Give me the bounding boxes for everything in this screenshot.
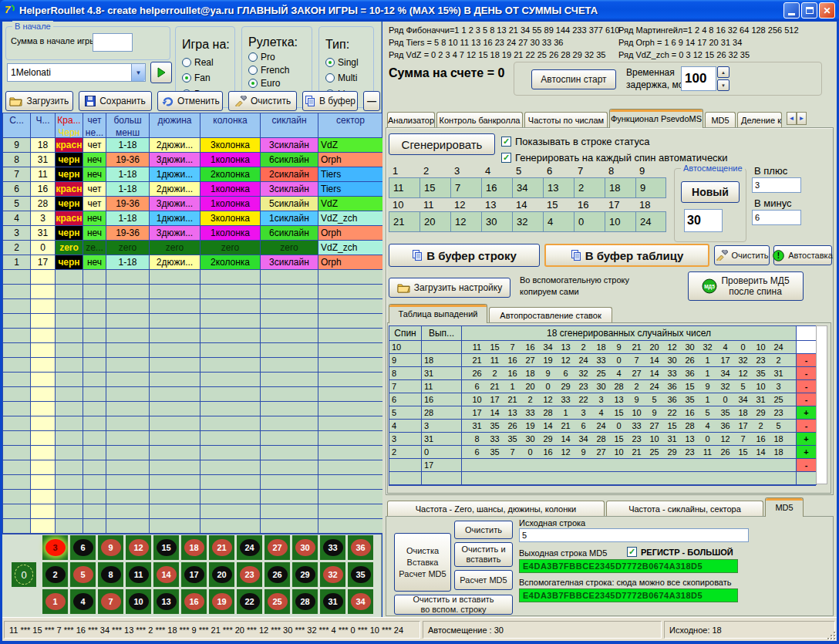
tab-tabs-main-4[interactable]: MD5 [705, 112, 736, 128]
radio-option-Pro[interactable]: Pro [248, 52, 307, 62]
board-number-18[interactable]: 18 [181, 535, 207, 560]
toolbar-button-0[interactable]: Загрузить [5, 91, 73, 111]
toolbar-button-4[interactable]: В буфер [302, 91, 358, 111]
board-number-19[interactable]: 19 [209, 589, 234, 614]
scrollbar[interactable] [816, 325, 827, 484]
radio-option-French[interactable]: French [248, 65, 307, 76]
tab-tabs-bottom-2[interactable]: MD5 [765, 497, 804, 517]
tab-tabs-inner-1[interactable]: Автопроставление ставок [489, 307, 612, 323]
board-number-34[interactable]: 34 [348, 589, 373, 614]
tab-tabs-inner-0[interactable]: Таблица выпадений [389, 304, 487, 323]
plus-input[interactable] [752, 177, 801, 193]
tab-tabs-main-0[interactable]: Анализатор [387, 112, 435, 128]
board-number-22[interactable]: 22 [237, 589, 262, 614]
maximize-button[interactable] [801, 2, 817, 19]
delay-input[interactable] [681, 66, 716, 91]
board-number-1[interactable]: 1 [42, 589, 68, 614]
tab-tabs-bottom-1[interactable]: Частота - сиклайны, сектора [606, 501, 763, 517]
results-mark-cell: - [797, 367, 817, 380]
board-number-25[interactable]: 25 [265, 589, 290, 614]
clear-button[interactable]: Очистить [714, 245, 770, 265]
board-number-5[interactable]: 5 [70, 562, 96, 587]
autobet-button[interactable]: ! Автоставка [773, 245, 832, 265]
show-status-checkbox[interactable]: Показывать в строке статуса [501, 136, 650, 147]
board-number-13[interactable]: 13 [153, 589, 179, 614]
results-numbers-cell: 62112002923302822436159325103 [462, 380, 797, 393]
board-number-17[interactable]: 17 [181, 562, 207, 587]
minus-input[interactable] [752, 210, 801, 225]
play-button[interactable] [150, 62, 172, 83]
board-number-2[interactable]: 2 [42, 562, 68, 587]
md5-calc-button[interactable]: Расчет MD5 [454, 570, 513, 590]
board-number-7[interactable]: 7 [98, 589, 123, 614]
board-number-9[interactable]: 9 [98, 535, 123, 560]
board-number-14[interactable]: 14 [153, 562, 179, 587]
board-number-0[interactable]: 0 [12, 562, 36, 587]
board-number-35[interactable]: 35 [348, 562, 373, 587]
board-number-28[interactable]: 28 [292, 589, 318, 614]
chevron-down-icon[interactable]: ▼ [131, 64, 145, 81]
tab-tabs-main-3[interactable]: Функционал PsevdoMS [609, 109, 703, 128]
board-number-27[interactable]: 27 [265, 535, 290, 560]
board-number-15[interactable]: 15 [153, 535, 179, 560]
spin-down-icon[interactable]: ▼ [717, 79, 729, 91]
resize-grip[interactable] [826, 630, 836, 640]
board-number-26[interactable]: 26 [265, 562, 290, 587]
board-number-32[interactable]: 32 [320, 562, 345, 587]
generate-button[interactable]: Сгенерировать [389, 133, 495, 155]
start-sum-input[interactable] [93, 33, 133, 52]
board-number-6[interactable]: 6 [70, 535, 96, 560]
md5-combo-button[interactable]: Очистка Вставка Расчет MD5 [394, 533, 451, 592]
board-number-10[interactable]: 10 [126, 589, 151, 614]
radio-option-Real[interactable]: Real [182, 57, 230, 68]
board-number-12[interactable]: 12 [126, 535, 151, 560]
board-number-3[interactable]: 3 [42, 535, 68, 560]
board-number-11[interactable]: 11 [126, 562, 151, 587]
autospin-start-button[interactable]: Автоспин старт [531, 69, 616, 89]
radio-option-Euro[interactable]: Euro [248, 78, 307, 89]
source-string-input[interactable] [519, 528, 749, 542]
radio-option-Multi[interactable]: Multi [325, 72, 369, 83]
copy-table-button[interactable]: В буфер таблицу [544, 244, 709, 267]
md5-clear-paste-button[interactable]: Очистить и вставить [454, 542, 513, 567]
tab-tabs-bottom-0[interactable]: Частота - Zero, шансы, дюжины, колонки [387, 501, 605, 517]
board-number-33[interactable]: 33 [320, 535, 345, 560]
register-checkbox[interactable]: РЕГИСТР - БОЛЬШОЙ [627, 547, 733, 557]
board-number-31[interactable]: 31 [320, 589, 345, 614]
toolbar-button-3[interactable]: Очистить [228, 91, 297, 111]
toolbar-button-2[interactable]: Отменить [157, 91, 223, 111]
tab-tabs-main-2[interactable]: Частоты по числам [524, 112, 608, 128]
board-number-8[interactable]: 8 [98, 562, 123, 587]
close-button[interactable]: ✕ [819, 2, 835, 19]
spin-up-icon[interactable]: ▲ [717, 66, 729, 78]
new-offset-button[interactable]: Новый [681, 181, 740, 203]
radio-option-Fan[interactable]: Fan [182, 72, 230, 83]
toolbar-button-1[interactable]: Сохранить [79, 91, 153, 111]
board-number-20[interactable]: 20 [209, 562, 234, 587]
offset-value-input[interactable] [684, 209, 723, 232]
tab-scroll-right-icon[interactable]: ► [797, 112, 807, 125]
board-number-21[interactable]: 21 [209, 535, 234, 560]
tab-tabs-main-1[interactable]: Контроль банкролла [436, 112, 523, 128]
preset-combobox[interactable]: 1Melonati ▼ [7, 63, 146, 82]
board-number-30[interactable]: 30 [292, 535, 318, 560]
board-number-4[interactable]: 4 [70, 589, 96, 614]
md5-clear-paste-aux-button[interactable]: Очистить и вставить во вспом. строку [394, 595, 513, 615]
board-number-36[interactable]: 36 [348, 535, 373, 560]
md5-aux-field[interactable]: E4DA3B7FBBCE2345D7772B0674A318D5 [519, 588, 738, 602]
board-number-16[interactable]: 16 [181, 589, 207, 614]
tab-tabs-main-5[interactable]: Деление кол [737, 112, 782, 128]
history-empty-cell [261, 358, 318, 373]
tab-scroll-left-icon[interactable]: ◄ [787, 112, 797, 125]
copy-row-button[interactable]: В буфер строку [389, 244, 540, 267]
board-number-23[interactable]: 23 [237, 562, 262, 587]
md5-clear-button[interactable]: Очистить [454, 521, 513, 539]
auto-generate-checkbox[interactable]: Генерировать на каждый спин автоматическ… [501, 152, 728, 164]
check-md5-button[interactable]: МД5 Проверить МД5 после спина [688, 271, 804, 301]
radio-option-Singl[interactable]: Singl [325, 57, 369, 68]
toolbar-button-5[interactable]: — [363, 91, 380, 111]
minimize-button[interactable] [783, 2, 800, 19]
load-settings-button[interactable]: Загрузить настройку [389, 278, 510, 298]
board-number-29[interactable]: 29 [292, 562, 318, 587]
board-number-24[interactable]: 24 [237, 535, 262, 560]
